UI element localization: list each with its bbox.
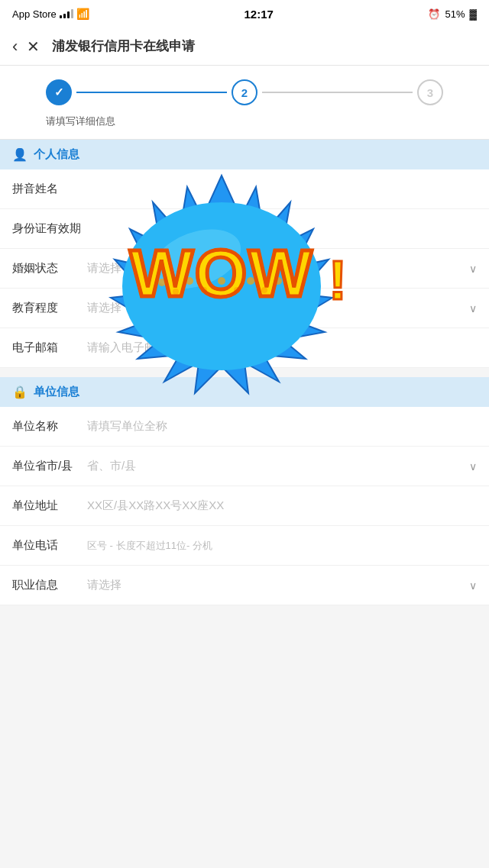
wifi-icon: 📶 [76, 8, 89, 20]
step-line-2 [262, 92, 413, 93]
back-button[interactable]: ‹ [12, 38, 18, 55]
step-2: 2 [232, 79, 257, 105]
steps-row: ✓ 2 3 [46, 79, 443, 105]
personal-info-header: 👤 个人信息 [0, 140, 489, 169]
company-location-row[interactable]: 单位省市/县 省、市/县 ∨ [0, 447, 489, 486]
marriage-row[interactable]: 婚姻状态 请选择 ∨ [0, 249, 489, 289]
step-line-1 [76, 92, 227, 93]
education-row[interactable]: 教育程度 请选择 ∨ [0, 289, 489, 328]
alarm-icon: ⏰ [428, 8, 440, 20]
pinyin-name-label: 拼音姓名 [12, 182, 81, 196]
company-name-label: 单位名称 [12, 419, 81, 434]
company-address-label: 单位地址 [12, 499, 81, 513]
pinyin-name-row[interactable]: 拼音姓名 [0, 169, 489, 209]
section-divider [0, 368, 489, 377]
education-label: 教育程度 [12, 301, 81, 315]
building-icon: 🔒 [12, 385, 28, 399]
company-phone-row[interactable]: 单位电话 区号 - 长度不超过11位- 分机 [0, 526, 489, 566]
status-bar: App Store 📶 12:17 ⏰ 51% ▓ [0, 0, 489, 27]
company-address-row[interactable]: 单位地址 XX区/县XX路XX号XX座XX [0, 486, 489, 526]
occupation-arrow-icon: ∨ [469, 579, 477, 592]
id-expire-row[interactable]: 身份证有效期 [0, 209, 489, 249]
battery-icon: ▓ [470, 8, 477, 20]
signal-icon [60, 9, 73, 18]
company-phone-label: 单位电话 [12, 538, 81, 553]
occupation-placeholder: 请选择 [81, 578, 463, 592]
company-location-placeholder: 省、市/县 [81, 459, 463, 473]
company-address-placeholder: XX区/县XX路XX号XX座XX [81, 499, 477, 513]
app-store-label: App Store [12, 8, 57, 20]
email-placeholder: 请输入电子邮箱 [81, 340, 477, 355]
marriage-arrow-icon: ∨ [469, 263, 477, 275]
company-info-header: 🔒 单位信息 [0, 377, 489, 407]
education-placeholder: 请选择 [81, 301, 463, 315]
personal-info-title: 个人信息 [34, 147, 79, 162]
battery-label: 51% [445, 8, 465, 20]
occupation-row[interactable]: 职业信息 请选择 ∨ [0, 566, 489, 605]
company-phone-placeholder: 区号 - 长度不超过11位- 分机 [81, 539, 477, 553]
nav-bar: ‹ ✕ 浦发银行信用卡在线申请 [0, 27, 489, 66]
close-button[interactable]: ✕ [27, 39, 40, 54]
company-info-title: 单位信息 [34, 385, 79, 399]
step-1: ✓ [46, 79, 72, 105]
company-location-label: 单位省市/县 [12, 459, 81, 473]
occupation-label: 职业信息 [12, 578, 81, 592]
company-location-arrow-icon: ∨ [469, 460, 477, 473]
education-arrow-icon: ∨ [469, 302, 477, 315]
email-label: 电子邮箱 [12, 340, 81, 355]
page-title: 浦发银行信用卡在线申请 [52, 37, 195, 55]
company-name-row[interactable]: 单位名称 请填写单位全称 [0, 407, 489, 447]
email-row[interactable]: 电子邮箱 请输入电子邮箱 [0, 328, 489, 368]
company-name-placeholder: 请填写单位全称 [81, 419, 477, 434]
id-expire-label: 身份证有效期 [12, 221, 81, 236]
status-right: ⏰ 51% ▓ [428, 8, 477, 20]
marriage-placeholder: 请选择 [81, 261, 463, 276]
step-3: 3 [417, 79, 443, 105]
marriage-label: 婚姻状态 [12, 261, 81, 276]
person-icon: 👤 [12, 147, 28, 162]
status-left: App Store 📶 [12, 8, 89, 20]
status-time: 12:17 [244, 8, 273, 21]
progress-hint: 请填写详细信息 [46, 115, 115, 128]
progress-container: ✓ 2 3 请填写详细信息 [0, 66, 489, 140]
